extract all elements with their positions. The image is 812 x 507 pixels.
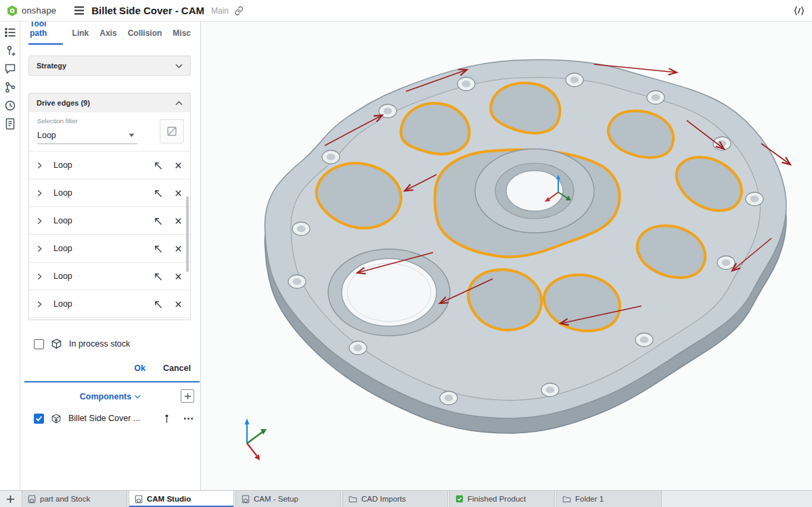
chevron-right-icon[interactable] xyxy=(37,245,42,252)
tab-axis[interactable]: Axis xyxy=(98,28,118,45)
chevron-right-icon[interactable] xyxy=(37,273,42,280)
loop-row[interactable]: Loop xyxy=(29,179,190,207)
loop-row[interactable]: Loop xyxy=(29,207,190,235)
components-label: Components xyxy=(80,392,131,401)
tab-collision[interactable]: Collision xyxy=(127,28,164,45)
featurescript-icon[interactable] xyxy=(793,5,812,16)
close-icon[interactable] xyxy=(175,245,182,252)
part-icon xyxy=(51,414,62,424)
3d-model-canvas[interactable] xyxy=(201,22,812,490)
chevron-down-icon xyxy=(175,64,183,68)
link-icon[interactable] xyxy=(234,6,244,16)
drive-edges-body: Selection filter Loop Loop xyxy=(28,112,191,320)
selection-filter-select[interactable]: Loop xyxy=(37,127,137,144)
hamburger-icon[interactable] xyxy=(74,6,85,15)
tab-cam-studio[interactable]: CAM Studio xyxy=(129,491,234,507)
loop-row[interactable]: Loop xyxy=(29,152,190,179)
versions-icon[interactable] xyxy=(4,81,16,93)
component-name: Billet Side Cover ... xyxy=(68,414,140,423)
comment-icon[interactable] xyxy=(4,63,16,75)
loop-label: Loop xyxy=(53,299,72,309)
drive-edges-accordion[interactable]: Drive edges (9) xyxy=(28,93,191,113)
part-studio-icon xyxy=(135,495,143,504)
loop-label: Loop xyxy=(53,216,72,225)
finished-product-icon xyxy=(455,495,464,503)
ok-button[interactable]: Ok xyxy=(134,363,145,373)
loop-row[interactable]: Loop xyxy=(29,263,190,290)
flip-direction-icon[interactable] xyxy=(153,271,163,282)
add-tab-button[interactable] xyxy=(0,491,20,507)
close-icon[interactable] xyxy=(175,162,182,169)
flip-direction-icon[interactable] xyxy=(153,160,163,171)
flip-direction-icon[interactable] xyxy=(153,244,163,254)
close-icon[interactable] xyxy=(175,217,182,225)
strategy-accordion[interactable]: Strategy xyxy=(28,56,191,76)
feature-dialog-panel: Tool path Link Axis Collision Misc Strat… xyxy=(20,22,201,490)
tab-folder-1[interactable]: Folder 1 xyxy=(556,491,662,507)
cancel-button[interactable]: Cancel xyxy=(163,363,191,373)
mate-connector-icon[interactable] xyxy=(4,45,16,57)
tab-label: Folder 1 xyxy=(575,495,604,503)
tab-link[interactable]: Link xyxy=(71,28,91,45)
tab-tool-path[interactable]: Tool path xyxy=(28,19,63,45)
chevron-right-icon[interactable] xyxy=(37,301,42,308)
central-boss[interactable] xyxy=(475,149,594,233)
list-scrollbar[interactable] xyxy=(186,196,189,272)
drive-edge-loop[interactable] xyxy=(401,104,469,154)
component-row[interactable]: Billet Side Cover ... xyxy=(34,410,194,427)
plus-icon xyxy=(6,495,15,504)
dialog-actions: Ok Cancel xyxy=(20,360,191,376)
loop-label: Loop xyxy=(53,160,72,170)
graphics-viewport[interactable] xyxy=(201,22,812,490)
history-icon[interactable] xyxy=(4,100,16,112)
component-checkbox[interactable] xyxy=(34,414,44,424)
feature-tree-icon[interactable] xyxy=(4,26,16,39)
flip-direction-icon[interactable] xyxy=(153,216,163,226)
orientation-triad-icon[interactable] xyxy=(245,418,267,460)
in-process-stock-checkbox[interactable] xyxy=(34,339,44,349)
add-component-button[interactable] xyxy=(181,389,194,403)
pin-icon[interactable] xyxy=(164,414,170,424)
flip-direction-icon[interactable] xyxy=(153,188,163,198)
tab-cam-setup[interactable]: CAM - Setup xyxy=(235,491,341,507)
onshape-app: onshape Billet Side Cover - CAM Main xyxy=(0,0,812,507)
tab-label: Finished Product xyxy=(468,495,526,503)
notes-icon[interactable] xyxy=(4,118,16,130)
close-icon[interactable] xyxy=(175,190,182,197)
more-icon[interactable] xyxy=(183,417,194,420)
tab-misc[interactable]: Misc xyxy=(171,28,192,45)
dialog-tabs: Tool path Link Axis Collision Misc xyxy=(20,22,200,45)
drive-edges-list: Loop Loop Loop Loop xyxy=(29,152,190,318)
tab-part-and-stock[interactable]: part and Stock xyxy=(22,491,127,507)
loop-row[interactable]: Loop xyxy=(29,235,190,263)
drive-edges-label: Drive edges (9) xyxy=(37,99,90,107)
chevron-down-icon xyxy=(135,395,141,399)
chevron-right-icon[interactable] xyxy=(37,162,42,169)
tab-finished-product[interactable]: Finished Product xyxy=(449,491,555,507)
plus-icon xyxy=(184,393,191,400)
tab-label: part and Stock xyxy=(40,495,90,503)
tab-cad-imports[interactable]: CAD Imports xyxy=(342,491,448,507)
chevron-right-icon[interactable] xyxy=(37,217,42,225)
components-header[interactable]: Components xyxy=(20,388,200,405)
loop-label: Loop xyxy=(53,244,72,253)
flip-direction-icon[interactable] xyxy=(153,299,163,309)
large-bore[interactable] xyxy=(328,249,450,336)
close-icon[interactable] xyxy=(175,273,182,280)
in-process-stock-row: In process stock xyxy=(34,338,130,349)
strategy-label: Strategy xyxy=(37,62,66,70)
selection-filter-value: Loop xyxy=(37,131,56,140)
tab-label: CAM Studio xyxy=(147,495,191,503)
document-tab-bar: part and Stock CAM Studio CAM - Setup CA… xyxy=(0,490,812,507)
check-icon xyxy=(35,415,43,422)
top-bar: onshape Billet Side Cover - CAM Main xyxy=(0,0,812,22)
onshape-logo[interactable]: onshape xyxy=(0,5,56,17)
chevron-right-icon[interactable] xyxy=(37,190,42,197)
close-icon[interactable] xyxy=(175,301,182,308)
dialog-bottom-divider xyxy=(24,381,200,382)
dropdown-arrow-icon xyxy=(129,133,135,137)
workspace-label[interactable]: Main xyxy=(211,6,229,16)
selection-filter-area: Selection filter Loop xyxy=(29,112,190,152)
loop-row[interactable]: Loop xyxy=(29,290,190,318)
clear-selection-button[interactable] xyxy=(160,119,184,144)
